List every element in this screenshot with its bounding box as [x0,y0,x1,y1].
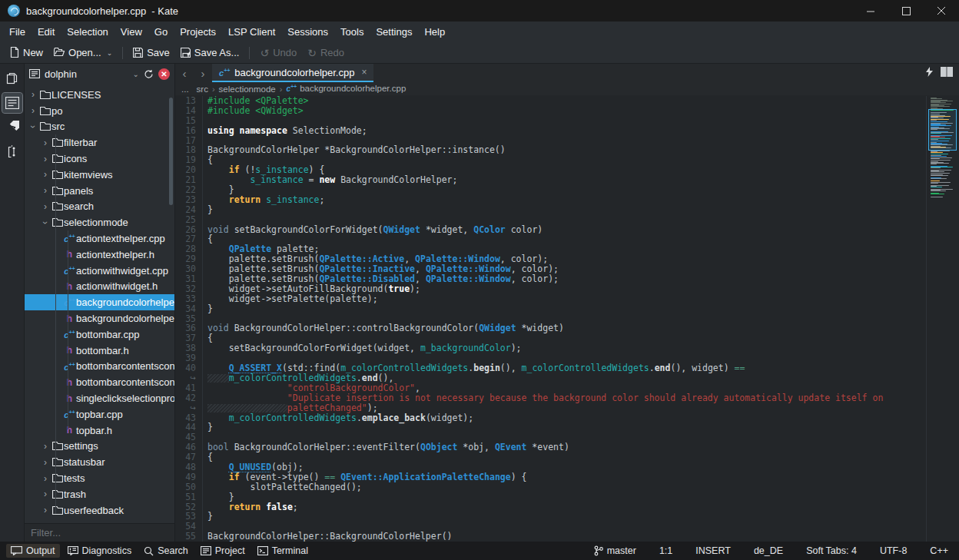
code-line[interactable]: 24} [175,205,926,215]
tree-file-bottombarcontentscont-[interactable]: hbottombarcontentscont... [25,374,174,390]
menu-sessions[interactable]: Sessions [281,23,334,41]
editor-body[interactable]: 13#include <QPalette>14#include <QWidget… [175,95,959,542]
tree-file-bottombar-h[interactable]: hbottombar.h [25,343,174,359]
statusbar-project-button[interactable]: Project [196,544,250,558]
code-line[interactable]: 33 widget->setPalette(palette); [175,294,926,304]
code-line[interactable]: 34} [175,304,926,314]
tree-chevron-icon[interactable]: › [40,489,51,499]
tree-folder-panels[interactable]: ›panels [25,183,174,199]
menu-file[interactable]: File [3,23,32,41]
menu-selection[interactable]: Selection [61,23,114,41]
tree-folder-filterbar[interactable]: ›filterbar [25,134,174,151]
tree-file-topbar-cpp[interactable]: c++topbar.cpp [25,406,174,422]
tree-folder-trash[interactable]: ›trash [25,486,174,502]
tree-folder-search[interactable]: ›search [25,199,174,215]
activity-git-icon[interactable] [2,118,22,138]
statusbar-utf-8-item[interactable]: UTF-8 [875,544,911,558]
menu-tools[interactable]: Tools [334,23,370,41]
tree-file-singleclickselectionproxy-[interactable]: hsingleclickselectionproxy... [25,390,174,406]
code-line[interactable]: 44} [175,422,926,432]
activity-symbol-outline-icon[interactable] [2,142,22,162]
tree-folder-selectionmode[interactable]: ›selectionmode [25,214,174,230]
minimize-button[interactable] [853,0,888,22]
tree-chevron-icon[interactable]: › [40,154,51,164]
nav-forward-icon[interactable]: › [194,64,212,82]
tree-scrollbar[interactable] [169,98,173,205]
close-project-icon[interactable]: ✕ [158,68,170,80]
menu-edit[interactable]: Edit [32,23,61,41]
code-line[interactable]: 43 m_colorControlledWidgets.emplace_back… [175,413,926,423]
menu-go[interactable]: Go [148,23,174,41]
tree-chevron-icon[interactable]: › [40,457,51,468]
statusbar-insert-item[interactable]: INSERT [691,544,735,558]
breadcrumb-ellipsis[interactable]: ... [181,84,189,94]
tab-close-icon[interactable]: × [361,67,367,78]
tree-folder-tests[interactable]: ›tests [25,470,174,486]
tree-file-actiontexthelper-cpp[interactable]: c++actiontexthelper.cpp [25,230,174,247]
activity-documents-icon[interactable] [2,68,22,88]
tree-chevron-icon[interactable]: › [28,121,38,132]
minimap[interactable] [926,96,959,542]
tab-backgroundcolorhelper[interactable]: c++ backgroundcolorhelper.cpp × [212,64,373,82]
quick-open-lightning-icon[interactable] [926,66,933,80]
menu-projects[interactable]: Projects [174,23,222,41]
menu-lsp-client[interactable]: LSP Client [222,23,281,41]
tree-folder-po[interactable]: ›po [25,103,174,119]
breadcrumb-item[interactable]: selectionmode [219,84,276,94]
close-button[interactable] [924,0,959,22]
code-line[interactable]: 36void BackgroundColorHelper::controlBac… [175,323,926,333]
tree-file-actionwithwidget-h[interactable]: hactionwithwidget.h [25,279,174,295]
code-line[interactable]: 26void setBackgroundColorForWidget(QWidg… [175,225,926,235]
statusbar-de-de-item[interactable]: de_DE [749,544,788,558]
statusbar-1-1-item[interactable]: 1:1 [655,544,677,558]
menu-view[interactable]: View [114,23,148,41]
tree-folder-settings[interactable]: ›settings [25,439,174,455]
tree-folder-statusbar[interactable]: ›statusbar [25,454,174,470]
tree-file-actiontexthelper-h[interactable]: hactiontexthelper.h [25,247,174,263]
maximize-button[interactable] [888,0,924,22]
code-line[interactable]: 14#include <QWidget> [175,106,926,116]
tree-chevron-icon[interactable]: › [28,105,38,116]
tree-chevron-icon[interactable]: › [40,505,51,515]
tree-chevron-icon[interactable]: › [40,217,51,228]
tree-chevron-icon[interactable]: › [28,89,38,100]
tree-file-backgroundcolorhelper-c-[interactable]: c++backgroundcolorhelper.c... [25,294,174,310]
nav-back-icon[interactable]: ‹ [175,64,194,82]
tree-file-actionwithwidget-cpp[interactable]: c++actionwithwidget.cpp [25,263,174,279]
save-button[interactable]: Save [128,45,175,61]
tree-folder-userfeedback[interactable]: ›userfeedback [25,502,174,519]
tree-chevron-icon[interactable]: › [40,441,51,452]
activity-project-list-icon[interactable] [2,93,22,113]
code-line[interactable]: 52 return false; [175,502,926,512]
chevron-down-icon[interactable]: ⌄ [133,70,139,78]
new-button[interactable]: New [5,45,48,61]
statusbar-output-button[interactable]: Output [6,544,60,558]
code-line[interactable]: 46bool BackgroundColorHelper::eventFilte… [175,442,926,452]
statusbar-git-branch-item[interactable]: master [589,544,641,558]
tree-chevron-icon[interactable]: › [40,138,51,148]
code-line[interactable]: 53} [175,512,926,522]
tree-chevron-icon[interactable]: › [40,169,51,180]
menu-help[interactable]: Help [418,23,451,41]
split-view-icon[interactable] [941,66,953,80]
statusbar-c++-item[interactable]: C++ [925,544,953,558]
statusbar-diagnostics-button[interactable]: Diagnostics [63,544,137,558]
tree-chevron-icon[interactable]: › [40,201,51,212]
code-line[interactable]: 50 slotPaletteChanged(); [175,482,926,492]
statusbar-terminal-button[interactable]: Terminal [253,544,313,558]
code-line[interactable]: 38 setBackgroundColorForWidget(widget, m… [175,343,926,353]
statusbar-search-button[interactable]: Search [139,544,193,558]
breadcrumb-item[interactable]: c++backgroundcolorhelper.cpp [286,84,406,93]
code-line[interactable]: 18BackgroundColorHelper *BackgroundColor… [175,145,926,155]
tree-chevron-icon[interactable]: › [40,473,51,484]
save-as-button[interactable]: Save As... [175,45,245,61]
statusbar-soft-tabs-4-item[interactable]: Soft Tabs: 4 [801,544,861,558]
tree-folder-kitemviews[interactable]: ›kitemviews [25,167,174,183]
menu-settings[interactable]: Settings [370,23,418,41]
tree-folder-icons[interactable]: ›icons [25,151,174,167]
code-line[interactable]: 23 return s_instance; [175,195,926,205]
breadcrumb-item[interactable]: src [197,84,208,94]
open-button[interactable]: Open...⌄ [48,45,118,61]
minimap-viewport[interactable] [928,109,957,151]
filter-input[interactable] [25,527,174,538]
